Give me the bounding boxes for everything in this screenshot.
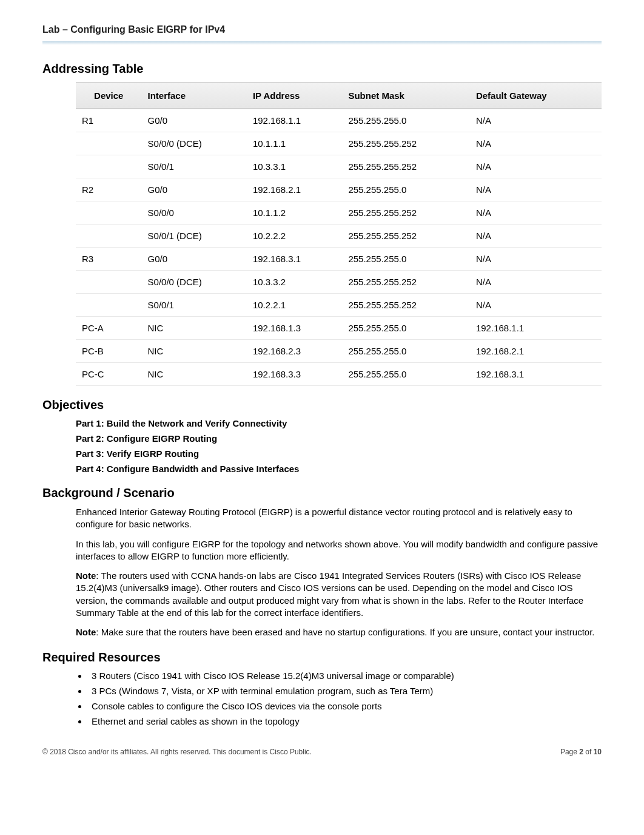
cell-interface: NIC — [142, 317, 247, 340]
background-p2: In this lab, you will configure EIGRP fo… — [76, 538, 602, 563]
cell-interface: G0/0 — [142, 248, 247, 271]
cell-gateway: N/A — [470, 201, 602, 225]
cell-ip: 192.168.1.1 — [247, 109, 343, 132]
cell-ip: 192.168.1.3 — [247, 317, 343, 340]
cell-ip: 10.1.1.2 — [247, 201, 343, 225]
table-row: S0/0/010.1.1.2255.255.255.252N/A — [76, 201, 602, 225]
cell-mask: 255.255.255.0 — [342, 363, 470, 386]
cell-mask: 255.255.255.252 — [342, 155, 470, 178]
table-row: R2G0/0192.168.2.1255.255.255.0N/A — [76, 178, 602, 201]
footer-left: © 2018 Cisco and/or its affiliates. All … — [42, 748, 312, 756]
background-note2: Note: Make sure that the routers have be… — [76, 626, 602, 638]
objective-part: Part 2: Configure EIGRP Routing — [76, 433, 602, 444]
table-header-row: Device Interface IP Address Subnet Mask … — [76, 83, 602, 109]
list-item: 3 PCs (Windows 7, Vista, or XP with term… — [88, 686, 602, 696]
header-divider — [42, 41, 602, 45]
cell-gateway: 192.168.1.1 — [470, 317, 602, 340]
cell-interface: NIC — [142, 340, 247, 363]
objectives-heading: Objectives — [42, 398, 602, 412]
table-row: S0/0/0 (DCE)10.3.3.2255.255.255.252N/A — [76, 271, 602, 294]
col-ip: IP Address — [247, 83, 343, 109]
cell-mask: 255.255.255.252 — [342, 225, 470, 248]
footer-page-total: 10 — [594, 748, 602, 756]
cell-mask: 255.255.255.252 — [342, 294, 470, 317]
cell-ip: 10.3.3.2 — [247, 271, 343, 294]
table-row: R1G0/0192.168.1.1255.255.255.0N/A — [76, 109, 602, 132]
cell-device — [76, 132, 142, 155]
cell-ip: 192.168.2.3 — [247, 340, 343, 363]
cell-device — [76, 225, 142, 248]
cell-ip: 10.3.3.1 — [247, 155, 343, 178]
cell-ip: 192.168.3.3 — [247, 363, 343, 386]
objective-part: Part 1: Build the Network and Verify Con… — [76, 418, 602, 428]
footer-page-of: of — [583, 748, 594, 756]
table-row: PC-ANIC192.168.1.3255.255.255.0192.168.1… — [76, 317, 602, 340]
cell-gateway: N/A — [470, 225, 602, 248]
note-label: Note — [76, 627, 96, 637]
cell-device — [76, 155, 142, 178]
page-header-title: Lab – Configuring Basic EIGRP for IPv4 — [42, 24, 602, 41]
col-interface: Interface — [142, 83, 247, 109]
background-body: Enhanced Interior Gateway Routing Protoc… — [76, 506, 602, 638]
cell-ip: 192.168.3.1 — [247, 248, 343, 271]
cell-interface: S0/0/0 (DCE) — [142, 271, 247, 294]
page: Lab – Configuring Basic EIGRP for IPv4 A… — [0, 0, 644, 774]
note-text: : Make sure that the routers have been e… — [96, 627, 594, 637]
objective-part: Part 3: Verify EIGRP Routing — [76, 448, 602, 459]
cell-mask: 255.255.255.0 — [342, 317, 470, 340]
footer-page-prefix: Page — [560, 748, 579, 756]
cell-gateway: N/A — [470, 132, 602, 155]
cell-ip: 10.2.2.2 — [247, 225, 343, 248]
resources-body: 3 Routers (Cisco 1941 with Cisco IOS Rel… — [76, 671, 602, 726]
cell-interface: S0/0/0 — [142, 201, 247, 225]
cell-device — [76, 201, 142, 225]
footer-right: Page 2 of 10 — [560, 748, 602, 756]
page-footer: © 2018 Cisco and/or its affiliates. All … — [42, 748, 602, 756]
table-row: S0/0/0 (DCE)10.1.1.1255.255.255.252N/A — [76, 132, 602, 155]
footer-page-number: 2 — [579, 748, 583, 756]
note-label: Note — [76, 570, 96, 581]
table-row: PC-BNIC192.168.2.3255.255.255.0192.168.2… — [76, 340, 602, 363]
cell-gateway: 192.168.2.1 — [470, 340, 602, 363]
cell-device: PC-B — [76, 340, 142, 363]
cell-interface: S0/0/0 (DCE) — [142, 132, 247, 155]
cell-gateway: N/A — [470, 248, 602, 271]
objectives-list: Part 1: Build the Network and Verify Con… — [76, 418, 602, 474]
cell-ip: 192.168.2.1 — [247, 178, 343, 201]
cell-interface: G0/0 — [142, 178, 247, 201]
cell-gateway: N/A — [470, 109, 602, 132]
background-p1: Enhanced Interior Gateway Routing Protoc… — [76, 506, 602, 531]
list-item: Ethernet and serial cables as shown in t… — [88, 716, 602, 726]
list-item: Console cables to configure the Cisco IO… — [88, 701, 602, 711]
addressing-heading: Addressing Table — [42, 62, 602, 76]
note-text: : The routers used with CCNA hands-on la… — [76, 570, 583, 618]
cell-device: PC-C — [76, 363, 142, 386]
objective-part: Part 4: Configure Bandwidth and Passive … — [76, 464, 602, 474]
cell-interface: G0/0 — [142, 109, 247, 132]
table-row: PC-CNIC192.168.3.3255.255.255.0192.168.3… — [76, 363, 602, 386]
cell-mask: 255.255.255.0 — [342, 340, 470, 363]
cell-interface: S0/0/1 — [142, 294, 247, 317]
table-row: S0/0/110.3.3.1255.255.255.252N/A — [76, 155, 602, 178]
cell-device: R2 — [76, 178, 142, 201]
col-device: Device — [76, 83, 142, 109]
cell-gateway: N/A — [470, 294, 602, 317]
cell-ip: 10.1.1.1 — [247, 132, 343, 155]
cell-ip: 10.2.2.1 — [247, 294, 343, 317]
addressing-table-wrap: Device Interface IP Address Subnet Mask … — [76, 82, 602, 386]
cell-interface: NIC — [142, 363, 247, 386]
col-gateway: Default Gateway — [470, 83, 602, 109]
cell-interface: S0/0/1 (DCE) — [142, 225, 247, 248]
cell-mask: 255.255.255.252 — [342, 201, 470, 225]
cell-mask: 255.255.255.0 — [342, 178, 470, 201]
cell-mask: 255.255.255.0 — [342, 109, 470, 132]
cell-gateway: N/A — [470, 155, 602, 178]
cell-interface: S0/0/1 — [142, 155, 247, 178]
cell-gateway: N/A — [470, 178, 602, 201]
cell-mask: 255.255.255.252 — [342, 132, 470, 155]
table-row: S0/0/1 (DCE)10.2.2.2255.255.255.252N/A — [76, 225, 602, 248]
resources-list: 3 Routers (Cisco 1941 with Cisco IOS Rel… — [88, 671, 602, 726]
cell-gateway: N/A — [470, 271, 602, 294]
table-row: R3G0/0192.168.3.1255.255.255.0N/A — [76, 248, 602, 271]
list-item: 3 Routers (Cisco 1941 with Cisco IOS Rel… — [88, 671, 602, 681]
